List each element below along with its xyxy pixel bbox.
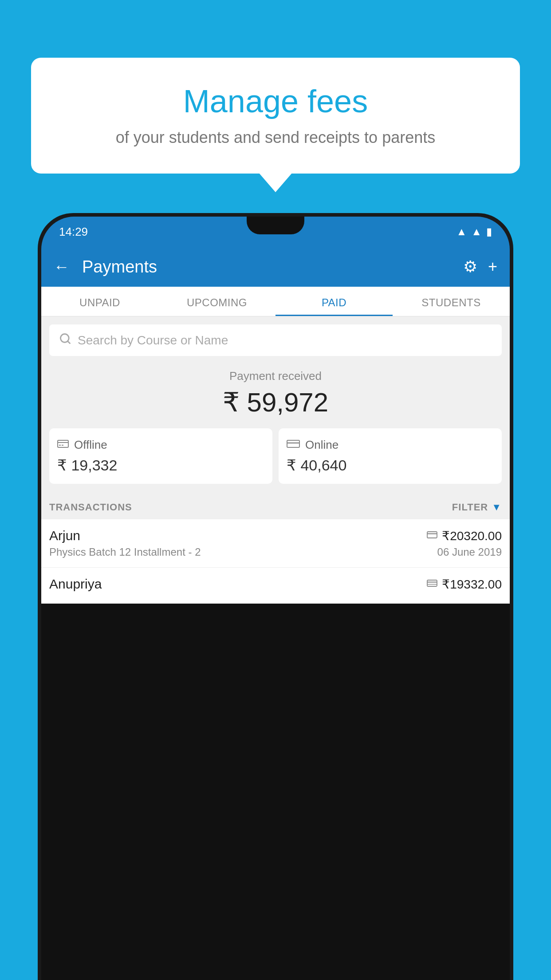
transaction-course-arjun: Physics Batch 12 Installment - 2 (49, 546, 201, 558)
settings-button[interactable]: ⚙ (463, 257, 477, 276)
tab-unpaid[interactable]: UNPAID (41, 287, 158, 316)
back-button[interactable]: ← (54, 257, 70, 276)
tab-paid[interactable]: PAID (276, 287, 393, 316)
offline-card-header: Offline (57, 438, 264, 452)
add-button[interactable]: + (488, 257, 497, 276)
online-payment-card: Online ₹ 40,640 (279, 428, 502, 484)
transaction-amount-arjun: ₹20320.00 (442, 529, 502, 543)
transaction-amount-container-arjun: ₹20320.00 (427, 529, 502, 543)
payment-received-section: Payment received ₹ 59,972 (41, 356, 510, 492)
transaction-amount-container-anupriya: ₹19332.00 (427, 577, 502, 592)
transaction-name-arjun: Arjun (49, 528, 80, 543)
phone-frame: 14:29 ▲ ▲ ▮ ← Payments ⚙ + UNPAID UPCOMI… (38, 213, 513, 980)
online-type-label: Online (305, 438, 338, 452)
wifi-icon: ▲ (456, 225, 467, 238)
bubble-title: Manage fees (58, 82, 493, 120)
signal-icon: ▲ (471, 225, 482, 238)
status-bar: 14:29 ▲ ▲ ▮ (41, 217, 510, 247)
offline-type-label: Offline (74, 438, 107, 452)
search-placeholder: Search by Course or Name (78, 333, 228, 348)
tab-students[interactable]: STUDENTS (393, 287, 510, 316)
app-header: ← Payments ⚙ + (41, 247, 510, 287)
online-card-header: Online (287, 438, 494, 452)
payment-cards: Offline ₹ 19,332 (49, 428, 502, 484)
transactions-label: TRANSACTIONS (49, 502, 132, 513)
tab-upcoming[interactable]: UPCOMING (158, 287, 276, 316)
speech-bubble-container: Manage fees of your students and send re… (31, 58, 520, 174)
filter-button[interactable]: FILTER ▼ (452, 502, 502, 513)
filter-icon: ▼ (492, 502, 502, 513)
svg-rect-8 (427, 532, 437, 538)
payment-received-label: Payment received (49, 369, 502, 383)
tabs-container: UNPAID UPCOMING PAID STUDENTS (41, 287, 510, 316)
transaction-name-anupriya: Anupriya (49, 577, 102, 592)
svg-line-1 (67, 341, 70, 343)
status-time: 14:29 (59, 225, 88, 239)
offline-amount: ₹ 19,332 (57, 456, 264, 474)
battery-icon: ▮ (486, 225, 492, 238)
offline-payment-card: Offline ₹ 19,332 (49, 428, 272, 484)
bubble-subtitle: of your students and send receipts to pa… (58, 128, 493, 147)
svg-rect-10 (427, 580, 437, 586)
search-icon (59, 332, 71, 348)
header-title: Payments (82, 257, 454, 277)
filter-label: FILTER (452, 502, 488, 513)
transaction-item-arjun[interactable]: Arjun ₹20320.00 Physics Batch 12 Install… (41, 519, 510, 568)
phone-inner: 14:29 ▲ ▲ ▮ ← Payments ⚙ + UNPAID UPCOMI… (41, 217, 510, 980)
transactions-header: TRANSACTIONS FILTER ▼ (41, 492, 510, 519)
transaction-top-arjun: Arjun ₹20320.00 (49, 528, 502, 543)
svg-rect-6 (287, 440, 299, 447)
transaction-item-anupriya[interactable]: Anupriya ₹19332.00 (41, 568, 510, 604)
search-bar[interactable]: Search by Course or Name (49, 324, 502, 356)
transaction-date-arjun: 06 June 2019 (437, 546, 502, 558)
online-icon (287, 438, 300, 452)
offline-icon (57, 438, 69, 452)
cash-payment-icon (427, 578, 437, 590)
online-amount: ₹ 40,640 (287, 456, 494, 474)
notch (247, 217, 304, 234)
transaction-top-anupriya: Anupriya ₹19332.00 (49, 577, 502, 592)
payment-total-amount: ₹ 59,972 (49, 387, 502, 418)
screen-content: Search by Course or Name Payment receive… (41, 316, 510, 604)
status-icons: ▲ ▲ ▮ (456, 225, 492, 238)
card-payment-icon (427, 530, 437, 541)
transaction-amount-anupriya: ₹19332.00 (442, 577, 502, 592)
svg-rect-2 (58, 440, 68, 447)
speech-bubble: Manage fees of your students and send re… (31, 58, 520, 174)
transaction-bottom-arjun: Physics Batch 12 Installment - 2 06 June… (49, 546, 502, 558)
header-icons: ⚙ + (463, 257, 497, 276)
